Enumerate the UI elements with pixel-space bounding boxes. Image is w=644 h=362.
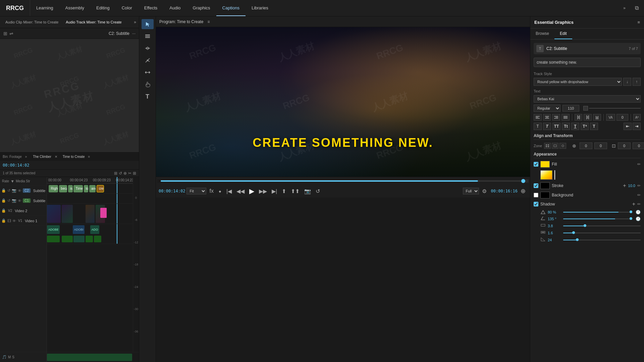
tl-tool-btn-5[interactable]: ⊞ bbox=[133, 171, 136, 176]
v1-audio-clip-3[interactable] bbox=[73, 236, 85, 242]
expand-panels-button[interactable]: » bbox=[134, 20, 136, 24]
v1-audio-clip-1[interactable] bbox=[47, 236, 60, 242]
tab-edit[interactable]: Edit bbox=[554, 28, 572, 39]
lock-icon-c2[interactable]: 🔒 bbox=[1, 188, 6, 193]
camera-icon-v1[interactable]: 🎞 bbox=[7, 219, 11, 223]
nav-item-editing[interactable]: Editing bbox=[90, 0, 116, 16]
v1-clip-adobe3[interactable]: ADOBE × A1 bbox=[90, 225, 99, 234]
step-back-button[interactable]: ◀◀ bbox=[235, 187, 246, 195]
upload-style-btn[interactable]: ↑ bbox=[633, 78, 641, 86]
tab-audio-track-mixer[interactable]: Audio Track Mixer: Time to Create bbox=[63, 19, 124, 25]
w-input[interactable] bbox=[618, 142, 631, 149]
nav-item-libraries[interactable]: Libraries bbox=[246, 0, 274, 16]
eg-menu-icon[interactable]: ≡ bbox=[637, 20, 640, 25]
close-climber-icon[interactable]: ✕ bbox=[55, 155, 57, 159]
nav-more-button[interactable]: » bbox=[619, 6, 630, 10]
stroke-color-swatch[interactable] bbox=[540, 182, 550, 189]
nav-item-audio[interactable]: Audio bbox=[163, 0, 186, 16]
lift-button[interactable]: ⬆ bbox=[280, 187, 288, 195]
shadow-blur-slider[interactable] bbox=[563, 233, 641, 233]
shadow-distance-value[interactable]: 3.8 bbox=[548, 224, 561, 228]
eye-icon-c1[interactable]: 👁 bbox=[18, 199, 21, 203]
kerning-btn[interactable]: Aᴬ bbox=[633, 114, 641, 121]
x-position-input[interactable] bbox=[580, 142, 592, 149]
nav-item-graphics[interactable]: Graphics bbox=[187, 0, 216, 16]
shadow-angle-value[interactable]: 135 ° bbox=[548, 217, 561, 221]
align-middle-btn[interactable] bbox=[584, 114, 592, 121]
tool-slip[interactable] bbox=[142, 67, 154, 77]
maximize-icon[interactable]: ⧉ bbox=[635, 5, 639, 11]
lock-icon-v1[interactable]: 🔒 bbox=[1, 219, 6, 223]
tool-selection[interactable] bbox=[142, 19, 154, 29]
shadow-size-slider[interactable] bbox=[563, 240, 641, 240]
v2-clip-3[interactable] bbox=[86, 205, 95, 223]
stroke-pencil-btn[interactable]: ✏ bbox=[637, 183, 641, 188]
tool-ripple-edit[interactable] bbox=[142, 43, 154, 53]
h-input[interactable] bbox=[633, 142, 644, 149]
scrubber-handle[interactable] bbox=[521, 179, 525, 183]
align-left-btn[interactable] bbox=[534, 114, 542, 121]
source-monitor-menu[interactable]: ··· bbox=[132, 31, 136, 36]
camera-icon-c1[interactable]: 📷 bbox=[12, 198, 16, 203]
fill-color-square[interactable] bbox=[540, 170, 552, 180]
superscript-btn[interactable]: Tˢ bbox=[581, 123, 589, 130]
tool-razor[interactable] bbox=[142, 55, 154, 65]
tl-tool-btn-3[interactable]: ⊕ bbox=[123, 171, 127, 176]
tab-audio-clip-mixer[interactable]: Audio Clip Mixer: Time to Create bbox=[3, 19, 61, 25]
tab-menu-icon[interactable]: ≡ bbox=[88, 155, 90, 159]
download-style-btn[interactable]: ↓ bbox=[623, 78, 631, 86]
tl-tool-btn-1[interactable]: ⊞ bbox=[114, 171, 117, 176]
font-size-slider-handle[interactable] bbox=[583, 106, 588, 111]
v1-audio-clip-2[interactable] bbox=[62, 236, 73, 242]
shadow-angle-clock[interactable]: 🕐 bbox=[636, 217, 641, 221]
indent-btn[interactable]: ⇤ bbox=[624, 123, 632, 130]
bg-pencil-btn[interactable]: ✏ bbox=[637, 193, 641, 197]
bg-checkbox[interactable] bbox=[534, 193, 538, 197]
loop-button[interactable]: ↺ bbox=[314, 187, 322, 195]
scrubber-bar[interactable] bbox=[161, 180, 525, 182]
sync-icon-c1[interactable]: ↺ bbox=[7, 198, 10, 203]
program-monitor-menu[interactable]: ≡ bbox=[207, 19, 210, 24]
fill-checkbox[interactable] bbox=[534, 162, 538, 167]
shadow-blur-value[interactable]: 1.6 bbox=[548, 231, 561, 235]
v2-clip-color2[interactable] bbox=[102, 208, 107, 218]
v1-clip-adobe1[interactable]: ADOBE × ALEX [1080]mp4 bbox=[47, 225, 60, 234]
settings-button[interactable]: ⚙ bbox=[480, 187, 488, 195]
play-button[interactable]: ▶ bbox=[248, 186, 256, 196]
italic-btn[interactable]: T bbox=[543, 123, 551, 130]
expand-bin-button[interactable]: » bbox=[25, 155, 27, 159]
align-right-btn[interactable] bbox=[552, 114, 560, 121]
tool-type[interactable]: T bbox=[142, 92, 154, 102]
align-bottom-btn[interactable] bbox=[593, 114, 601, 121]
step-forward-button[interactable]: ▶▶ bbox=[257, 187, 269, 195]
font-size-input[interactable] bbox=[562, 105, 579, 112]
underline-btn[interactable]: T bbox=[571, 123, 579, 130]
v1-audio-clip-5[interactable] bbox=[94, 236, 101, 242]
shadow-add-btn[interactable]: + bbox=[632, 201, 635, 207]
justify-btn[interactable] bbox=[561, 114, 570, 121]
tab-the-climber[interactable]: The Climber bbox=[33, 155, 51, 159]
eye-icon-c2[interactable]: 👁 bbox=[18, 189, 21, 193]
nav-item-assembly[interactable]: Assembly bbox=[59, 0, 90, 16]
program-scrubber[interactable] bbox=[156, 177, 530, 185]
font-weight-select[interactable]: RegularBoldItalic bbox=[534, 105, 560, 112]
bg-color-swatch[interactable] bbox=[540, 192, 550, 198]
align-center-btn[interactable] bbox=[543, 114, 551, 121]
ai-audio-clip[interactable] bbox=[47, 354, 132, 361]
stroke-checkbox[interactable] bbox=[534, 183, 538, 188]
clip-and[interactable]: and... bbox=[89, 185, 96, 192]
font-size-slider[interactable] bbox=[589, 108, 641, 109]
nav-item-captions[interactable]: Captions bbox=[216, 0, 246, 16]
va-btn[interactable]: VA bbox=[606, 114, 615, 121]
shadow-checkbox[interactable] bbox=[534, 202, 538, 206]
go-to-out-button[interactable]: ▶| bbox=[270, 187, 279, 195]
shadow-opacity-clock[interactable]: 🕐 bbox=[636, 210, 641, 215]
clip-time-that[interactable]: Time that c... bbox=[73, 185, 83, 192]
track-style-select[interactable]: Round yellow with dropshadow bbox=[534, 78, 622, 86]
shadow-size-value[interactable]: 24 bbox=[548, 238, 561, 242]
clip-create[interactable]: create... bbox=[97, 185, 104, 192]
clip-is-t[interactable]: is t... bbox=[68, 185, 73, 192]
shadow-angle-slider[interactable] bbox=[563, 219, 632, 219]
lock-icon-c1[interactable]: 🔒 bbox=[1, 198, 6, 203]
lock-icon-v2[interactable]: 🔒 bbox=[1, 208, 6, 213]
